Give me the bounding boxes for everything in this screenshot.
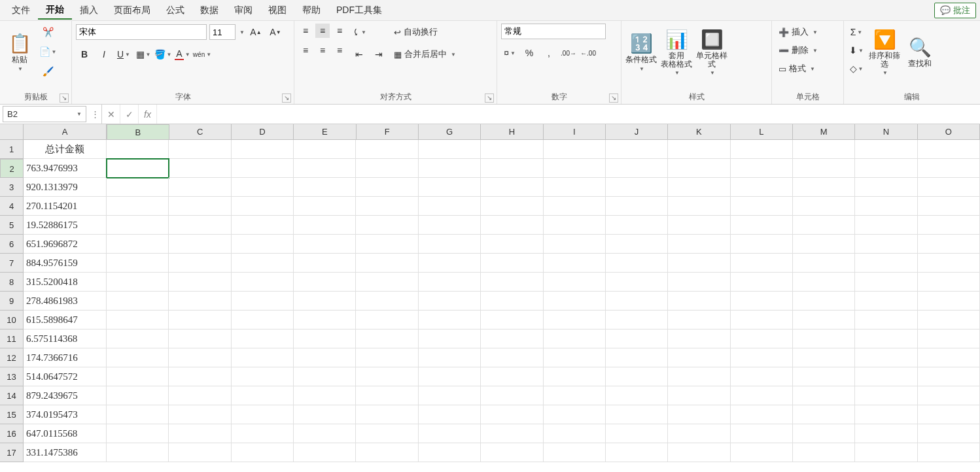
cell-O5[interactable] bbox=[918, 216, 980, 235]
cell-D3[interactable] bbox=[232, 178, 294, 197]
cell-E12[interactable] bbox=[294, 348, 356, 367]
row-header-16[interactable]: 16 bbox=[0, 424, 24, 443]
cell-M11[interactable] bbox=[793, 329, 855, 348]
row-header-6[interactable]: 6 bbox=[0, 235, 24, 254]
align-left-button[interactable]: ≡ bbox=[298, 43, 313, 58]
cell-N2[interactable] bbox=[855, 159, 917, 178]
cell-B6[interactable] bbox=[107, 235, 169, 254]
column-header-D[interactable]: D bbox=[232, 124, 294, 140]
cell-G11[interactable] bbox=[419, 329, 481, 348]
cell-A2[interactable]: 763.9476993 bbox=[24, 159, 107, 178]
cell-K6[interactable] bbox=[668, 235, 730, 254]
row-header-4[interactable]: 4 bbox=[0, 197, 24, 216]
cell-H15[interactable] bbox=[481, 405, 543, 424]
cell-J9[interactable] bbox=[606, 292, 668, 311]
cell-C10[interactable] bbox=[169, 311, 231, 329]
cell-N17[interactable] bbox=[855, 443, 917, 462]
cell-N16[interactable] bbox=[855, 424, 917, 443]
cell-E15[interactable] bbox=[294, 405, 356, 424]
cell-A3[interactable]: 920.1313979 bbox=[24, 178, 107, 197]
cell-D10[interactable] bbox=[232, 311, 294, 329]
cell-D12[interactable] bbox=[232, 348, 294, 367]
cell-C12[interactable] bbox=[169, 348, 231, 367]
cell-L17[interactable] bbox=[731, 443, 793, 462]
cell-H14[interactable] bbox=[481, 386, 543, 405]
increase-decimal-button[interactable]: .00→ bbox=[560, 44, 577, 61]
cell-F1[interactable] bbox=[356, 140, 418, 159]
cell-G16[interactable] bbox=[419, 424, 481, 443]
row-header-8[interactable]: 8 bbox=[0, 273, 24, 292]
cell-D2[interactable] bbox=[232, 159, 294, 178]
cell-F14[interactable] bbox=[356, 386, 418, 405]
cell-E10[interactable] bbox=[294, 311, 356, 329]
cell-E5[interactable] bbox=[294, 216, 356, 235]
tab-layout[interactable]: 页面布局 bbox=[106, 2, 158, 19]
tab-formula[interactable]: 公式 bbox=[158, 2, 192, 19]
tab-data[interactable]: 数据 bbox=[192, 2, 226, 19]
cell-K9[interactable] bbox=[668, 292, 730, 311]
cell-I10[interactable] bbox=[544, 311, 606, 329]
wrap-text-button[interactable]: ↩ 自动换行 bbox=[391, 24, 459, 41]
cell-K7[interactable] bbox=[668, 254, 730, 273]
cell-M4[interactable] bbox=[793, 197, 855, 216]
cell-M9[interactable] bbox=[793, 292, 855, 311]
cell-I4[interactable] bbox=[544, 197, 606, 216]
select-all-corner[interactable] bbox=[0, 124, 24, 140]
tab-help[interactable]: 帮助 bbox=[294, 2, 328, 19]
cell-M8[interactable] bbox=[793, 273, 855, 292]
cell-H8[interactable] bbox=[481, 273, 543, 292]
italic-button[interactable]: I bbox=[96, 46, 113, 63]
cell-M2[interactable] bbox=[793, 159, 855, 178]
cell-G13[interactable] bbox=[419, 367, 481, 386]
cell-A4[interactable]: 270.1154201 bbox=[24, 197, 107, 216]
cell-I8[interactable] bbox=[544, 273, 606, 292]
cell-F11[interactable] bbox=[356, 329, 418, 348]
cell-F10[interactable] bbox=[356, 311, 418, 329]
cell-A17[interactable]: 331.1475386 bbox=[24, 443, 107, 462]
cell-L7[interactable] bbox=[731, 254, 793, 273]
cell-G14[interactable] bbox=[419, 386, 481, 405]
cell-N3[interactable] bbox=[855, 178, 917, 197]
cell-G3[interactable] bbox=[419, 178, 481, 197]
cell-G6[interactable] bbox=[419, 235, 481, 254]
cell-E14[interactable] bbox=[294, 386, 356, 405]
clipboard-launcher[interactable]: ↘ bbox=[60, 93, 69, 103]
cell-D4[interactable] bbox=[232, 197, 294, 216]
cell-C8[interactable] bbox=[169, 273, 231, 292]
cell-H13[interactable] bbox=[481, 367, 543, 386]
row-header-3[interactable]: 3 bbox=[0, 178, 24, 197]
cell-C3[interactable] bbox=[169, 178, 231, 197]
cell-D6[interactable] bbox=[232, 235, 294, 254]
cell-N12[interactable] bbox=[855, 348, 917, 367]
cell-E16[interactable] bbox=[294, 424, 356, 443]
cell-A15[interactable]: 374.0195473 bbox=[24, 405, 107, 424]
cell-C6[interactable] bbox=[169, 235, 231, 254]
cell-I12[interactable] bbox=[544, 348, 606, 367]
comma-button[interactable]: , bbox=[540, 44, 557, 61]
cell-O15[interactable] bbox=[918, 405, 980, 424]
cell-A5[interactable]: 19.52886175 bbox=[24, 216, 107, 235]
fill-button[interactable]: ⬇▼ bbox=[848, 42, 865, 59]
cell-I16[interactable] bbox=[544, 424, 606, 443]
row-header-5[interactable]: 5 bbox=[0, 216, 24, 235]
cell-J13[interactable] bbox=[606, 367, 668, 386]
cell-K16[interactable] bbox=[668, 424, 730, 443]
cell-M3[interactable] bbox=[793, 178, 855, 197]
cell-B10[interactable] bbox=[107, 311, 169, 329]
cell-K8[interactable] bbox=[668, 273, 730, 292]
cell-O2[interactable] bbox=[918, 159, 980, 178]
cell-O13[interactable] bbox=[918, 367, 980, 386]
pinyin-button[interactable]: wén▼ bbox=[194, 46, 211, 63]
cell-F15[interactable] bbox=[356, 405, 418, 424]
decrease-font-button[interactable]: A▼ bbox=[267, 24, 284, 41]
orientation-button[interactable]: ⤹▼ bbox=[351, 24, 368, 41]
cell-I3[interactable] bbox=[544, 178, 606, 197]
cell-B7[interactable] bbox=[107, 254, 169, 273]
cell-C9[interactable] bbox=[169, 292, 231, 311]
cell-O11[interactable] bbox=[918, 329, 980, 348]
cell-F8[interactable] bbox=[356, 273, 418, 292]
cell-F7[interactable] bbox=[356, 254, 418, 273]
cell-O1[interactable] bbox=[918, 140, 980, 159]
cell-E11[interactable] bbox=[294, 329, 356, 348]
cell-C14[interactable] bbox=[169, 386, 231, 405]
